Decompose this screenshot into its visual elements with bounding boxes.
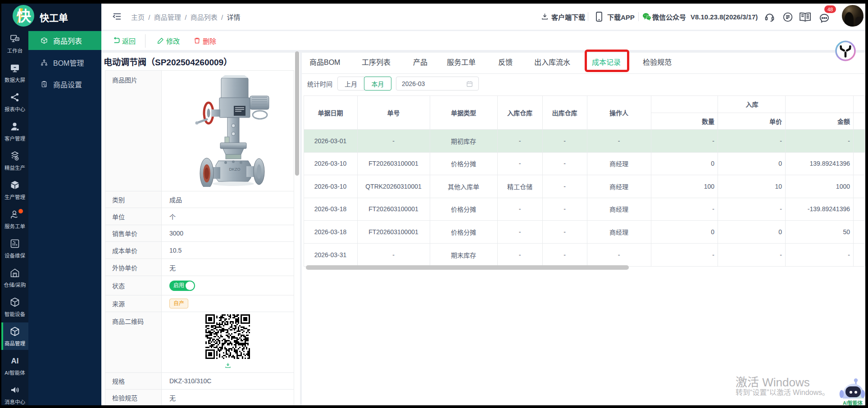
svg-text:DKZO: DKZO (229, 167, 240, 172)
svg-text:快: 快 (17, 8, 32, 24)
svg-text:AI: AI (11, 357, 19, 365)
